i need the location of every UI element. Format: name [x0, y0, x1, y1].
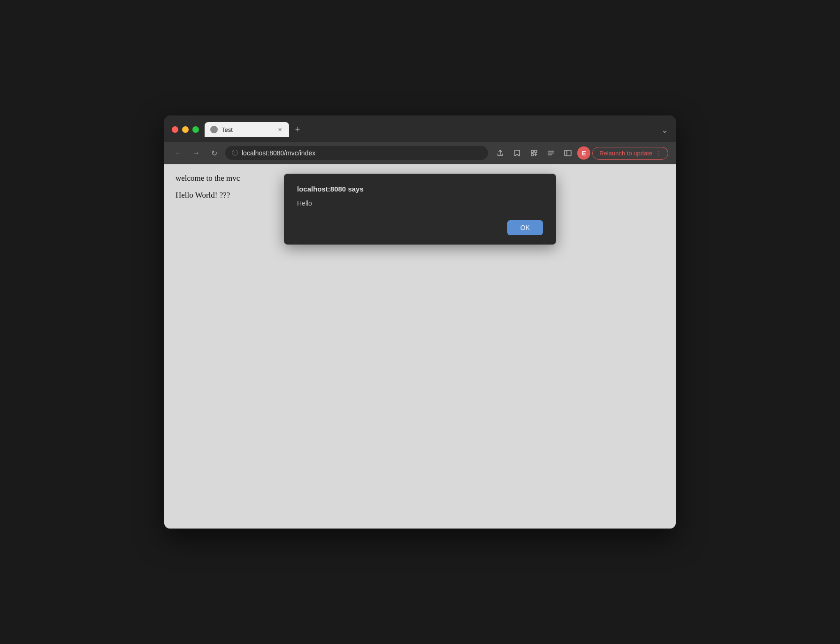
reload-button[interactable]: ↻ — [207, 146, 221, 160]
close-button[interactable] — [172, 126, 178, 133]
security-icon: ⓘ — [232, 149, 238, 157]
new-tab-button[interactable]: + — [291, 123, 304, 136]
dialog-actions: OK — [297, 220, 543, 235]
page-content: welcome to the mvc Hello World! ??? loca… — [164, 164, 676, 529]
traffic-lights — [172, 126, 199, 133]
relaunch-button[interactable]: Relaunch to update ⋮ — [592, 147, 668, 160]
svg-rect-9 — [565, 150, 571, 156]
dialog-overlay: localhost:8080 says Hello OK — [164, 164, 676, 529]
dialog-message: Hello — [297, 199, 543, 207]
sidebar-button[interactable] — [560, 146, 575, 161]
toolbar-actions: E Relaunch to update ⋮ — [493, 146, 668, 161]
svg-rect-5 — [531, 153, 534, 156]
svg-rect-4 — [535, 150, 537, 153]
dialog-title: localhost:8080 says — [297, 185, 543, 193]
maximize-button[interactable] — [192, 126, 199, 133]
extensions-button[interactable] — [527, 146, 542, 161]
minimize-button[interactable] — [182, 126, 189, 133]
svg-rect-3 — [531, 150, 534, 153]
tab-close-button[interactable]: ✕ — [276, 126, 283, 133]
alert-dialog: localhost:8080 says Hello OK — [284, 174, 556, 245]
bookmark-button[interactable] — [510, 146, 525, 161]
url-display: localhost:8080/mvc/index — [242, 149, 481, 157]
tab-title: Test — [221, 126, 272, 133]
address-bar[interactable]: ⓘ localhost:8080/mvc/index — [225, 146, 488, 160]
tabs-row: Test ✕ + ⌄ — [205, 122, 668, 137]
share-button[interactable] — [493, 146, 508, 161]
profile-button[interactable]: E — [577, 146, 590, 160]
tab-favicon — [210, 126, 218, 133]
title-bar: Test ✕ + ⌄ — [164, 115, 676, 142]
active-tab[interactable]: Test ✕ — [205, 122, 289, 137]
dialog-ok-button[interactable]: OK — [507, 220, 543, 235]
relaunch-label: Relaunch to update — [599, 150, 652, 157]
forward-button[interactable]: → — [190, 146, 203, 160]
back-button[interactable]: ← — [172, 146, 185, 160]
relaunch-more-icon: ⋮ — [655, 150, 661, 157]
reading-list-button[interactable] — [543, 146, 558, 161]
browser-window: Test ✕ + ⌄ ← → ↻ ⓘ localhost:8080/mvc/in… — [164, 115, 676, 529]
tab-dropdown-button[interactable]: ⌄ — [661, 125, 668, 135]
address-bar-row: ← → ↻ ⓘ localhost:8080/mvc/index — [164, 142, 676, 164]
